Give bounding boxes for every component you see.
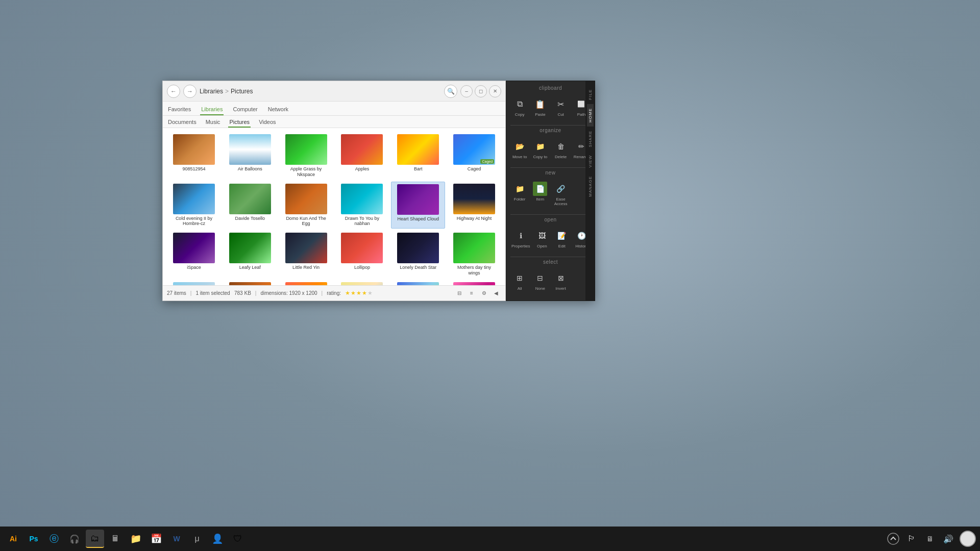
taskbar-flag[interactable]: 🏳 [904,532,919,546]
invert-button[interactable]: ⊠ Invert [552,269,570,293]
file-item-lollipop[interactable]: Lollipop [335,231,389,278]
file-item-leafy[interactable]: Leafy Leaf [223,231,277,278]
thumb-row5a [341,282,383,285]
subtab-music[interactable]: Music [205,117,222,128]
file-item-paris[interactable]: Paris Sky [167,280,221,285]
file-item-row5c[interactable]: ... [447,280,501,285]
open-button[interactable]: 🖼 Open [533,227,551,251]
thumb-air [229,134,271,165]
file-item-heart[interactable]: Heart Shaped Cloud [391,182,445,229]
file-item-littlered[interactable]: Little Red Yin [279,231,333,278]
moveto-button[interactable]: 📂 Move to [510,137,529,161]
vtab-view[interactable]: VIEW [587,151,594,171]
taskbar-word[interactable]: W [167,530,186,548]
taskbar-shield[interactable]: 🛡 [229,530,247,548]
file-item-caged[interactable]: Caged Caged [447,132,501,180]
file-item-highway[interactable]: Highway At Night [447,182,501,229]
taskbar-media[interactable]: 🎧 [65,530,84,548]
edit-button[interactable]: 📝 Edit [553,227,571,251]
select-none-button[interactable]: ⊟ None [531,269,549,293]
copyto-button[interactable]: 📁 Copy to [531,137,549,161]
taskbar-ie[interactable]: ⓔ [45,530,63,548]
vtab-file[interactable]: FILE [587,85,594,104]
taskbar-illustrator[interactable]: Ai [4,530,22,548]
thumb-ispace [173,233,215,263]
new-folder-button[interactable]: 📁 Folder [510,180,529,208]
window-controls: – ◻ ✕ [460,85,501,97]
file-item-air[interactable]: Air Balloons [223,132,277,180]
thumb-row5c [453,282,495,285]
breadcrumb-pictures[interactable]: Pictures [231,88,253,95]
breadcrumb-libraries[interactable]: Libraries [200,88,223,95]
vtab-home[interactable]: HOME [587,104,594,127]
panel-content: clipboard ⧉ Copy 📋 Paste ✂ Cut [506,81,595,300]
delete-button[interactable]: 🗑 Delete [552,137,570,161]
search-button[interactable]: 🔍 [444,85,457,98]
file-item-apples[interactable]: Apples [335,132,389,180]
taskbar-volume[interactable]: 🔊 [941,532,955,546]
ease-access-button[interactable]: 🔗 Ease Access [552,180,570,208]
file-item-row5a[interactable]: Sunshine... [335,280,389,285]
new-item-button[interactable]: 📄 Item [531,180,549,208]
ease-access-icon: 🔗 [554,182,568,196]
settings-view-btn[interactable]: ⚙ [479,288,489,298]
vtab-manage[interactable]: MANAGE [587,172,594,201]
file-item-908[interactable]: 908512954 [167,132,221,180]
file-item-lonely[interactable]: Lonely Death Star [391,231,445,278]
file-grid-container[interactable]: 908512954 Air Balloons Apple Grass by Nk… [163,128,505,285]
file-item-ispace[interactable]: iSpace [167,231,221,278]
tab-network[interactable]: Network [267,104,289,115]
file-item-row5b[interactable]: Through The... [391,280,445,285]
properties-button[interactable]: ℹ Properties [510,227,531,251]
tab-libraries[interactable]: Libraries [200,104,224,115]
file-item-raise[interactable]: Raise Me Up WP by TaNgenNegreen1986 [279,280,333,285]
back-button[interactable]: ← [167,85,180,98]
select-all-label: All [518,286,522,291]
close-button[interactable]: ✕ [489,85,501,97]
new-title: new [510,170,591,176]
taskbar-people[interactable]: 👤 [208,530,227,548]
taskbar-calculator[interactable]: 🖩 [106,530,125,548]
cut-button[interactable]: ✂ Cut [552,95,570,119]
select-icons: ⊞ All ⊟ None ⊠ Invert [510,269,591,293]
vtab-share[interactable]: SHARE [587,127,594,152]
taskbar-folder[interactable]: 🗂 [86,530,104,548]
list-view-btn[interactable]: ≡ [467,288,477,298]
invert-label: Invert [556,286,566,291]
subtab-documents[interactable]: Documents [167,117,198,128]
forward-button[interactable]: → [183,85,197,98]
minimize-button[interactable]: – [460,85,473,97]
file-item-apple[interactable]: Apple Grass by Nkspace [279,132,333,180]
taskbar-utorrent[interactable]: μ [188,530,206,548]
select-all-button[interactable]: ⊞ All [510,269,529,293]
thumb-paris [173,282,215,285]
taskbar-up-arrow[interactable] [886,532,900,546]
file-item-domo[interactable]: Domo Kun And The Egg [279,182,333,229]
file-item-drawn[interactable]: Drawn To You by nabhan [335,182,389,229]
copy-button[interactable]: ⧉ Copy [510,95,529,119]
preview-view-btn[interactable]: ⊟ [454,288,464,298]
new-item-icon: 📄 [533,182,547,196]
taskbar-calendar[interactable]: 📅 [147,530,165,548]
status-bar: 27 items | 1 item selected 783 KB | dime… [163,285,505,300]
restore-button[interactable]: ◻ [475,85,487,97]
tab-favorites[interactable]: Favorites [167,104,192,115]
taskbar-power[interactable] [960,531,976,547]
thumb-bart [397,134,439,165]
thumb-lollipop [341,233,383,263]
taskbar-photoshop[interactable]: Ps [24,530,43,548]
taskbar-display[interactable]: 🖥 [923,532,937,546]
breadcrumb-separator: > [225,88,229,95]
subtab-pictures[interactable]: Pictures [228,117,251,128]
paste-button[interactable]: 📋 Paste [531,95,549,119]
file-item-cold[interactable]: Cold evening II by Hombre-cz [167,182,221,229]
file-item-mothers[interactable]: Mothers day tiny wings [447,231,501,278]
tab-computer[interactable]: Computer [232,104,258,115]
dimensions-label: dimensions: 1920 x 1200 [260,290,317,296]
file-item-bart[interactable]: Bart [391,132,445,180]
taskbar-explorer[interactable]: 📁 [127,530,145,548]
file-item-davide[interactable]: Davide Tosello [223,182,277,229]
subtab-videos[interactable]: Videos [258,117,277,128]
more-view-btn[interactable]: ◀ [491,288,501,298]
file-item-quarter[interactable]: Quarter Pounder [223,280,277,285]
